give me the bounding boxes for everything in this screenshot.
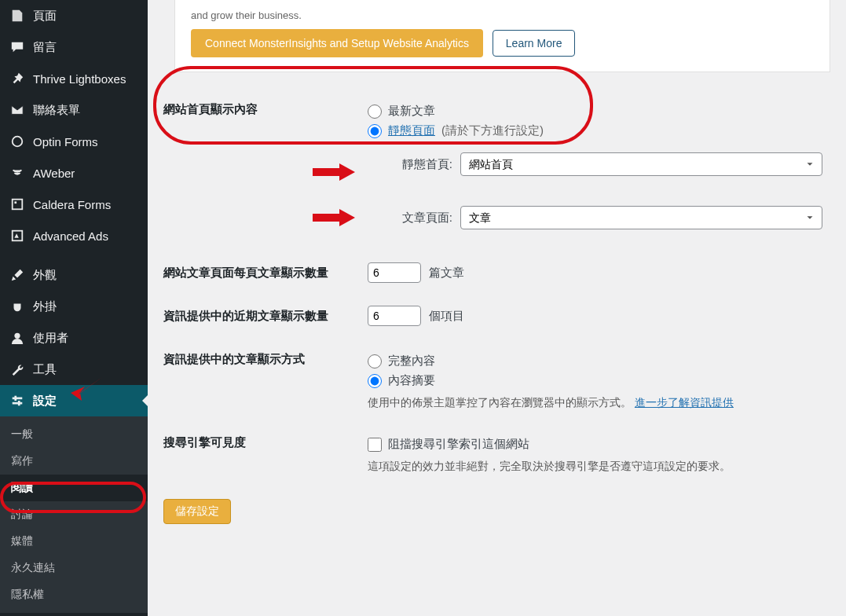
sidebar-item-plugins[interactable]: 外掛 (0, 291, 148, 322)
svg-rect-7 (14, 396, 16, 401)
settings-icon (9, 393, 25, 409)
static-page-link[interactable]: 靜態頁面 (388, 123, 435, 138)
sidebar-item-label: Optin Forms (33, 135, 98, 148)
radio-excerpt[interactable] (368, 374, 382, 388)
sidebar-item-comments[interactable]: 留言 (0, 31, 148, 63)
posts-per-page-label: 網站文章頁面每頁文章顯示數量 (163, 251, 360, 295)
radio-latest-posts[interactable] (368, 104, 382, 119)
svg-rect-2 (14, 201, 16, 204)
radio-latest-label: 最新文章 (388, 104, 435, 119)
sidebar-item-label: 工具 (33, 362, 57, 377)
feed-items-label: 資訊提供中的近期文章顯示數量 (163, 295, 360, 338)
feed-desc-text: 使用中的佈景主題掌控了內容在瀏覽器中的顯示方式。 (368, 396, 632, 409)
svg-point-0 (13, 137, 23, 147)
submenu-media[interactable]: 媒體 (0, 528, 148, 555)
sidebar-item-label: Thrive Lightboxes (33, 72, 126, 86)
homepage-display-label: 網站首頁顯示內容 (163, 88, 360, 251)
sidebar-item-pages[interactable]: 頁面 (0, 0, 148, 31)
broadcast-icon (9, 165, 25, 181)
sidebar-item-label: 聯絡表單 (33, 103, 80, 118)
brush-icon (9, 267, 25, 283)
user-icon (9, 330, 25, 346)
connect-monsterinsights-button[interactable]: Connect MonsterInsights and Setup Websit… (191, 29, 483, 57)
submenu-privacy[interactable]: 隱私權 (0, 581, 148, 608)
wrench-icon (9, 361, 25, 377)
radio-excerpt-label: 內容摘要 (388, 373, 435, 388)
posts-page-label: 文章頁面: (382, 211, 452, 226)
feed-items-input[interactable] (368, 306, 421, 326)
svg-rect-8 (18, 401, 20, 405)
monsterinsights-banner: and grow their business. Connect Monster… (174, 0, 830, 72)
submenu-general[interactable]: 一般 (0, 421, 148, 448)
pin-icon (9, 71, 25, 86)
seo-desc: 這項設定的效力並非絕對，完全取決於搜尋引擎是否遵守這項設定的要求。 (368, 460, 822, 474)
sidebar-item-users[interactable]: 使用者 (0, 322, 148, 354)
svg-rect-5 (13, 398, 23, 400)
sidebar-item-label: 留言 (33, 40, 57, 55)
block-search-label: 阻擋搜尋引擎索引這個網站 (388, 437, 529, 452)
sidebar-item-optin[interactable]: Optin Forms (0, 126, 148, 157)
static-home-select[interactable]: 網站首頁 (460, 152, 822, 176)
save-settings-button[interactable]: 儲存設定 (163, 499, 231, 524)
feed-desc-link[interactable]: 進一步了解資訊提供 (635, 396, 734, 409)
submenu-discussion[interactable]: 討論 (0, 501, 148, 528)
mail-icon (9, 102, 25, 118)
sidebar-item-label: AWeber (33, 167, 75, 180)
static-page-hint: (請於下方進行設定) (441, 123, 544, 138)
submenu-reading[interactable]: 閱讀 (0, 475, 148, 501)
learn-more-button[interactable]: Learn More (493, 30, 576, 57)
radio-full-content[interactable] (368, 354, 382, 368)
comments-icon (9, 39, 25, 55)
seo-visibility-label: 搜尋引擎可見度 (163, 421, 360, 485)
sidebar-item-label: 外觀 (33, 268, 57, 283)
main-content: and grow their business. Connect Monster… (148, 0, 846, 616)
sidebar-item-ads[interactable]: Advanced Ads (0, 220, 148, 251)
sidebar-item-contact[interactable]: 聯絡表單 (0, 94, 148, 126)
sidebar-item-label: 外掛 (33, 299, 57, 314)
banner-text: and grow their business. (191, 9, 814, 21)
radio-full-label: 完整內容 (388, 354, 435, 368)
sidebar-item-label: 使用者 (33, 331, 68, 346)
sidebar-item-settings[interactable]: 設定 (0, 385, 148, 416)
page-icon (9, 8, 25, 24)
svg-rect-1 (13, 200, 23, 210)
admin-sidebar: 頁面 留言 Thrive Lightboxes 聯絡表單 Optin Forms… (0, 0, 148, 616)
feed-items-unit: 個項目 (429, 309, 464, 322)
sidebar-item-appearance[interactable]: 外觀 (0, 259, 148, 291)
sidebar-item-thrive[interactable]: Thrive Lightboxes (0, 63, 148, 94)
sidebar-item-tools[interactable]: 工具 (0, 354, 148, 385)
sidebar-item-caldera[interactable]: Caldera Forms (0, 189, 148, 220)
plugin-icon (9, 299, 25, 314)
sidebar-item-label: Caldera Forms (33, 198, 111, 211)
settings-submenu: 一般 寫作 閱讀 討論 媒體 永久連結 隱私權 (0, 416, 148, 613)
sidebar-item-aweber[interactable]: AWeber (0, 157, 148, 189)
posts-per-page-unit: 篇文章 (429, 266, 464, 279)
svg-point-4 (14, 333, 20, 339)
circle-icon (9, 134, 25, 149)
form-icon (9, 196, 25, 212)
megaphone-icon (9, 228, 25, 244)
posts-per-page-input[interactable] (368, 262, 421, 283)
sidebar-item-label: Advanced Ads (33, 229, 108, 243)
static-home-label: 靜態首頁: (382, 157, 452, 172)
block-search-checkbox[interactable] (368, 438, 382, 452)
settings-form: 網站首頁顯示內容 最新文章 靜態頁面 (請於下方進行設定) 靜態首頁: 網站首頁 (163, 88, 830, 485)
submenu-permalinks[interactable]: 永久連結 (0, 555, 148, 581)
sidebar-item-label: 設定 (33, 394, 57, 409)
posts-page-select[interactable]: 文章 (460, 206, 822, 229)
feed-content-label: 資訊提供中的文章顯示方式 (163, 338, 360, 421)
submenu-writing[interactable]: 寫作 (0, 448, 148, 475)
sidebar-item-label: 頁面 (33, 9, 57, 24)
radio-static-page[interactable] (368, 124, 382, 138)
svg-rect-6 (13, 402, 23, 405)
